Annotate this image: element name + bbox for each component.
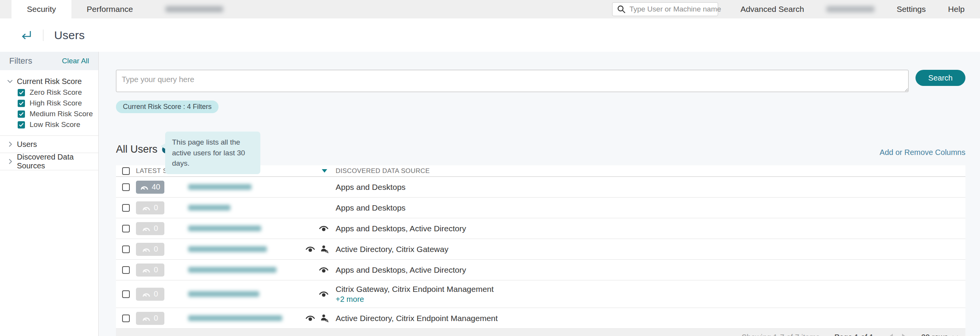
rows-per-page-value: 20 rows xyxy=(921,333,948,336)
row-checkbox[interactable] xyxy=(122,204,130,212)
risk-score-badge: 40 xyxy=(136,181,164,194)
table-row: 40 Apps and Desktops xyxy=(116,177,965,198)
more-sources-link[interactable]: +2 more xyxy=(336,295,958,304)
filter-option-medium-risk[interactable]: Medium Risk Score xyxy=(0,109,98,119)
add-remove-columns-link[interactable]: Add or Remove Columns xyxy=(880,148,965,157)
data-source-cell: Apps and Desktops xyxy=(336,203,965,212)
main-content: Search Current Risk Score : 4 Filters Al… xyxy=(99,52,980,336)
filter-option-high-risk[interactable]: High Risk Score xyxy=(0,98,98,109)
page-indicator: Page 1 of 1 xyxy=(834,333,874,336)
sort-descending-icon[interactable] xyxy=(322,169,327,173)
row-checkbox[interactable] xyxy=(122,183,130,191)
previous-page-icon[interactable] xyxy=(888,334,893,336)
risk-score-badge: 0 xyxy=(136,222,164,235)
tab-blurred[interactable] xyxy=(166,6,223,12)
checkbox-checked-icon[interactable] xyxy=(18,110,25,118)
data-source-text: Citrix Gateway, Citrix Endpoint Manageme… xyxy=(336,285,958,294)
filter-option-label: Zero Risk Score xyxy=(30,88,82,97)
risk-score-badge: 0 xyxy=(136,288,164,301)
admin-user-icon xyxy=(320,245,329,254)
filter-option-label: High Risk Score xyxy=(30,99,82,107)
sidebar-section-discovered-data-sources[interactable]: Discovered Data Sources xyxy=(0,153,98,170)
data-source-cell: Active Directory, Citrix Gateway xyxy=(336,245,965,254)
data-source-cell: Apps and Desktops xyxy=(336,183,965,192)
data-source-cell: Apps and Desktops, Active Directory xyxy=(336,265,965,275)
global-search[interactable] xyxy=(612,2,718,16)
user-name-link-blurred[interactable] xyxy=(188,267,276,273)
checkbox-checked-icon[interactable] xyxy=(18,100,25,107)
search-input[interactable] xyxy=(629,5,723,13)
row-checkbox[interactable] xyxy=(122,266,130,274)
info-tooltip: This page lists all the active users for… xyxy=(165,132,260,174)
table-row: 0 Active Directory, Citrix Endpoint Mana… xyxy=(116,308,965,329)
watchlist-eye-icon xyxy=(319,225,329,232)
gauge-icon xyxy=(142,205,151,211)
search-button[interactable]: Search xyxy=(915,70,965,86)
watchlist-eye-icon xyxy=(305,246,315,252)
filters-header: Filters Clear All xyxy=(0,52,98,70)
row-checkbox[interactable] xyxy=(122,315,130,322)
user-name-link-blurred[interactable] xyxy=(188,184,252,190)
gauge-icon xyxy=(140,184,149,190)
next-page-icon[interactable] xyxy=(902,334,907,336)
query-input[interactable] xyxy=(116,70,909,92)
checkbox-checked-icon[interactable] xyxy=(18,89,25,96)
filter-option-label: Medium Risk Score xyxy=(30,110,93,118)
filters-title: Filters xyxy=(9,56,32,66)
data-source-cell: Citrix Gateway, Citrix Endpoint Manageme… xyxy=(336,285,965,304)
checkbox-checked-icon[interactable] xyxy=(18,121,25,128)
filter-group-current-risk-score: Current Risk Score Zero Risk Score High … xyxy=(0,70,98,135)
settings-link[interactable]: Settings xyxy=(897,5,926,14)
help-link[interactable]: Help xyxy=(948,5,965,14)
select-all-checkbox[interactable] xyxy=(122,167,130,175)
sidebar-section-label: Discovered Data Sources xyxy=(17,153,98,170)
row-checkbox[interactable] xyxy=(122,225,130,232)
table-row: 0 Active Directory, Citrix Gateway xyxy=(116,239,965,260)
user-name-link-blurred[interactable] xyxy=(188,246,267,252)
tab-performance[interactable]: Performance xyxy=(71,0,148,18)
table-row: 0 Citrix Gateway, Citrix Endpoint Manage… xyxy=(116,280,965,308)
risk-score-badge: 0 xyxy=(136,312,164,325)
filters-sidebar: Filters Clear All Current Risk Score Zer… xyxy=(0,52,99,336)
user-name-link-blurred[interactable] xyxy=(188,226,261,231)
data-source-cell: Apps and Desktops, Active Directory xyxy=(336,224,965,233)
back-button[interactable] xyxy=(20,30,32,41)
filter-chips: Current Risk Score : 4 Filters xyxy=(116,100,965,113)
users-table: LATEST SCORE USER DISCOVERED DATA SOURCE… xyxy=(116,165,965,336)
clear-all-link[interactable]: Clear All xyxy=(62,57,89,65)
chevron-right-icon xyxy=(8,141,12,147)
filter-option-low-risk[interactable]: Low Risk Score xyxy=(0,119,98,130)
user-name-link-blurred[interactable] xyxy=(188,291,259,297)
gauge-icon xyxy=(142,226,151,231)
row-checkbox[interactable] xyxy=(122,290,130,298)
risk-score-filter-chip[interactable]: Current Risk Score : 4 Filters xyxy=(116,100,219,113)
chevron-down-icon xyxy=(7,79,13,83)
nav-item-blurred[interactable] xyxy=(826,6,874,12)
row-checkbox[interactable] xyxy=(122,245,130,253)
watchlist-eye-icon xyxy=(319,267,329,273)
sidebar-section-users[interactable]: Users xyxy=(0,136,98,153)
risk-score-badge: 0 xyxy=(136,264,164,277)
top-nav-right: Advanced Search Settings Help xyxy=(612,0,980,18)
gauge-icon xyxy=(142,246,151,252)
back-arrow-icon xyxy=(20,30,32,41)
table-footer: Showing 1-7 of 7 items Page 1 of 1 20 ro… xyxy=(116,329,965,336)
watchlist-eye-icon xyxy=(305,315,315,321)
advanced-search-link[interactable]: Advanced Search xyxy=(740,5,804,14)
users-heading-band: All Users i This page lists all the acti… xyxy=(116,127,965,162)
risk-score-group-label: Current Risk Score xyxy=(17,77,82,86)
user-name-link-blurred[interactable] xyxy=(188,315,282,321)
risk-score-badge: 0 xyxy=(136,243,164,256)
rows-per-page-select[interactable]: 20 rows xyxy=(921,333,958,336)
gauge-icon xyxy=(142,315,151,321)
search-icon xyxy=(617,5,626,13)
gauge-icon xyxy=(142,267,151,273)
user-name-link-blurred[interactable] xyxy=(188,205,230,211)
filter-option-zero-risk[interactable]: Zero Risk Score xyxy=(0,87,98,98)
admin-user-icon xyxy=(320,314,329,323)
table-row: 0 Apps and Desktops xyxy=(116,198,965,218)
risk-score-group-toggle[interactable]: Current Risk Score xyxy=(0,76,98,87)
tab-security[interactable]: Security xyxy=(12,0,71,18)
column-header-discovered-data-source[interactable]: DISCOVERED DATA SOURCE xyxy=(336,167,965,175)
header-divider xyxy=(43,30,43,41)
